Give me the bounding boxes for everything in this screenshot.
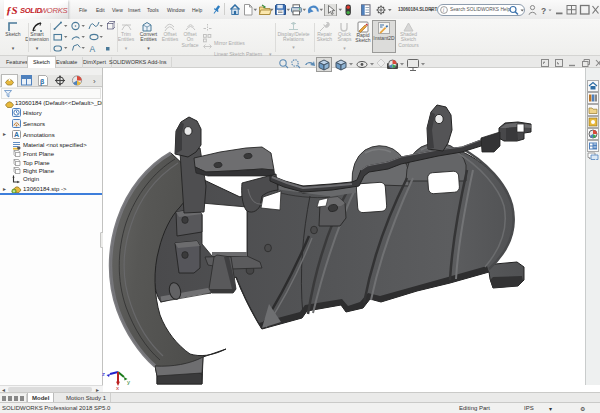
svg-text:x: x [116,385,119,391]
svg-text:i: i [443,7,445,13]
svg-text:A: A [14,131,19,138]
svg-text:?: ? [541,6,546,16]
